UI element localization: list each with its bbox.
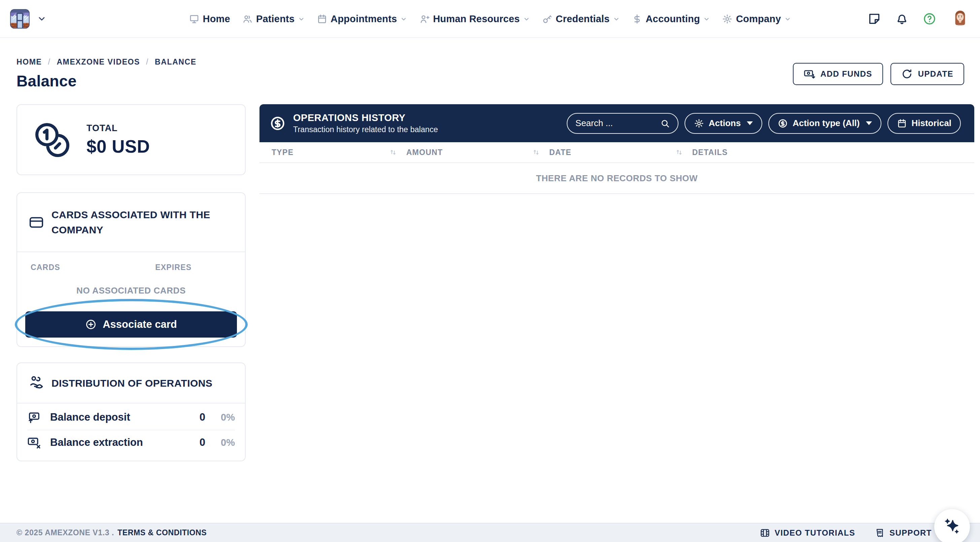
coins-icon <box>33 120 72 159</box>
dollar-icon <box>632 14 642 24</box>
add-funds-label: ADD FUNDS <box>821 69 872 79</box>
nav-label: Home <box>203 13 230 25</box>
distribution-row-count: 0 <box>200 436 205 448</box>
nav-item-patients[interactable]: Patients <box>242 13 305 25</box>
page-header-left: HOME / AMEXZONE VIDEOS / BALANCE Balance <box>16 57 197 90</box>
person-plus-icon <box>419 14 430 24</box>
operations-history-panel: OPERATIONS HISTORY Transaction history r… <box>259 104 974 194</box>
associated-cards-header: CARDS ASSOCIATED WITH THE COMPANY <box>17 193 245 252</box>
associate-card-button[interactable]: Associate card <box>25 311 237 338</box>
historical-label: Historical <box>912 118 952 128</box>
credit-card-icon <box>29 214 44 230</box>
page-title: Balance <box>16 72 197 90</box>
action-type-dropdown-button[interactable]: Action type (All) <box>768 113 881 134</box>
associated-cards-card: CARDS ASSOCIATED WITH THE COMPANY CARDS … <box>16 192 246 347</box>
distribution-row-label: Balance extraction <box>50 436 143 448</box>
top-navigation-bar: Home Patients Appointments Human Resourc… <box>0 0 980 38</box>
associate-card-label: Associate card <box>103 319 177 331</box>
dollar-circle-icon <box>270 115 286 132</box>
copyright-text: © 2025 AMEXZONE V1.3 . <box>16 528 114 537</box>
help-icon[interactable] <box>923 12 936 25</box>
store-logo-icon <box>9 8 31 30</box>
operations-history-header: OPERATIONS HISTORY Transaction history r… <box>259 104 974 142</box>
operations-title: OPERATIONS HISTORY <box>293 112 438 124</box>
notifications-bell-icon[interactable] <box>895 12 908 25</box>
patients-icon <box>242 14 253 24</box>
total-text: TOTAL $0 USD <box>86 123 150 157</box>
nav-item-credentials[interactable]: Credentials <box>542 13 620 25</box>
key-icon <box>542 14 552 24</box>
nav-label: Accounting <box>646 13 700 25</box>
add-funds-button[interactable]: ADD FUNDS <box>793 63 883 85</box>
chevron-down-icon <box>703 16 710 22</box>
column-header-date: DATE <box>549 148 692 157</box>
cards-column-header: CARDS <box>30 263 155 272</box>
breadcrumb-home[interactable]: HOME <box>16 57 42 67</box>
total-label: TOTAL <box>86 123 150 133</box>
total-balance-card: TOTAL $0 USD <box>16 104 246 175</box>
search-box <box>567 113 678 134</box>
distribution-row-count: 0 <box>200 411 205 423</box>
associated-cards-title: CARDS ASSOCIATED WITH THE COMPANY <box>51 207 220 238</box>
main-content: TOTAL $0 USD CARDS ASSOCIATED WITH THE C… <box>16 104 974 523</box>
monitor-icon <box>189 14 200 24</box>
operations-heading: OPERATIONS HISTORY Transaction history r… <box>293 112 438 134</box>
plus-circle-icon <box>85 319 97 330</box>
update-button[interactable]: UPDATE <box>891 63 964 85</box>
distribution-row-percent: 0% <box>205 412 235 423</box>
nav-label: Human Resources <box>433 13 520 25</box>
search-input[interactable] <box>576 118 656 128</box>
sort-arrows-icon[interactable] <box>675 148 684 157</box>
calendar-icon <box>317 14 327 24</box>
banknote-arrow-up-icon <box>27 410 41 424</box>
update-label: UPDATE <box>918 69 953 79</box>
sort-arrows-icon[interactable] <box>532 148 541 157</box>
distribution-card: DISTRIBUTION OF OPERATIONS Balance depos… <box>16 363 246 461</box>
column-header-amount: AMOUNT <box>406 148 549 157</box>
nav-item-home[interactable]: Home <box>189 13 230 25</box>
nav-label: Credentials <box>555 13 609 25</box>
assistant-fab-button[interactable] <box>934 509 970 542</box>
chevron-down-icon[interactable] <box>37 14 46 24</box>
nav-item-human-resources[interactable]: Human Resources <box>419 13 530 25</box>
chevron-down-icon <box>401 16 407 22</box>
ticket-icon <box>875 528 885 538</box>
no-cards-message: NO ASSOCIATED CARDS <box>17 285 245 296</box>
column-header-details: DETAILS <box>692 148 962 157</box>
actions-label: Actions <box>709 118 741 128</box>
no-records-message: THERE ARE NO RECORDS TO SHOW <box>259 163 974 194</box>
nav-item-company[interactable]: Company <box>722 13 791 25</box>
distribution-rows: Balance deposit 0 0% Balance extraction … <box>17 404 245 461</box>
notes-icon[interactable] <box>868 12 881 25</box>
terms-link[interactable]: TERMS & CONDITIONS <box>118 528 207 537</box>
distribution-row-percent: 0% <box>205 437 235 448</box>
breadcrumb: HOME / AMEXZONE VIDEOS / BALANCE <box>16 57 197 67</box>
breadcrumb-amexzone-videos[interactable]: AMEXZONE VIDEOS <box>57 57 140 67</box>
main-nav: Home Patients Appointments Human Resourc… <box>189 0 791 38</box>
action-type-label: Action type (All) <box>792 118 859 128</box>
nav-item-accounting[interactable]: Accounting <box>632 13 710 25</box>
actions-dropdown-button[interactable]: Actions <box>684 113 762 134</box>
distribution-row-label: Balance deposit <box>50 411 130 423</box>
gear-icon <box>722 14 733 24</box>
sort-arrows-icon[interactable] <box>389 148 398 157</box>
user-avatar[interactable] <box>950 9 970 29</box>
video-tutorials-link[interactable]: VIDEO TUTORIALS <box>760 528 855 538</box>
gear-icon <box>694 118 704 128</box>
chevron-down-icon <box>298 16 305 22</box>
breadcrumb-balance: BALANCE <box>155 57 197 67</box>
expires-column-header: EXPIRES <box>155 263 232 272</box>
chevron-down-icon <box>613 16 620 22</box>
chevron-down-icon <box>784 16 791 22</box>
sparkles-icon <box>942 517 963 537</box>
search-icon[interactable] <box>660 119 670 128</box>
workspace-switcher[interactable] <box>9 8 46 30</box>
historical-button[interactable]: Historical <box>888 113 961 134</box>
distribution-row-extraction: Balance extraction 0 0% <box>27 430 235 455</box>
footer: © 2025 AMEXZONE V1.3 . TERMS & CONDITION… <box>0 523 980 542</box>
distribution-header: DISTRIBUTION OF OPERATIONS <box>17 363 245 403</box>
app-window: Home Patients Appointments Human Resourc… <box>0 0 980 542</box>
operations-table-header: TYPE AMOUNT DATE DETAILS <box>259 142 974 163</box>
cards-table-header: CARDS EXPIRES <box>17 252 245 272</box>
nav-item-appointments[interactable]: Appointments <box>317 13 407 25</box>
